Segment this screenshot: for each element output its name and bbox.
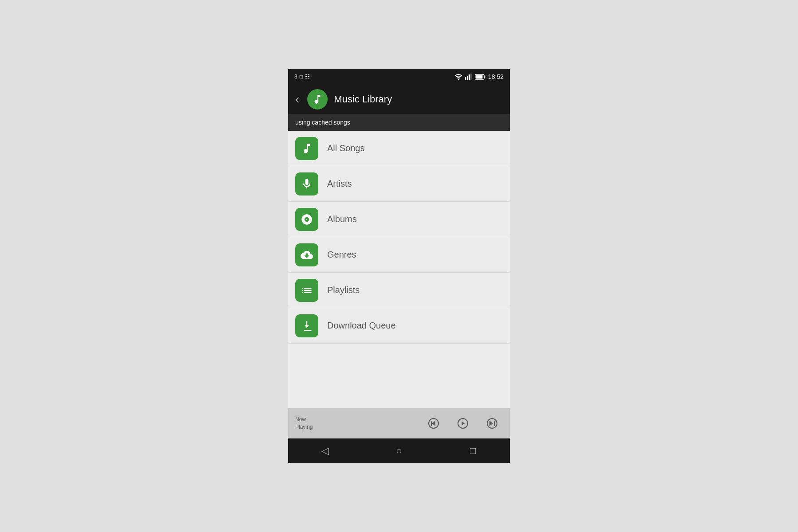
status-bar: 3 □ ☷ 18:5	[288, 69, 510, 85]
next-button[interactable]	[481, 413, 503, 434]
artists-icon-box	[295, 172, 318, 196]
prev-button[interactable]	[423, 413, 444, 434]
genres-label: Genres	[327, 250, 356, 260]
status-icon-square: □	[300, 74, 303, 80]
now-playing-text: Now Playing	[295, 416, 331, 431]
status-time: 18:52	[488, 73, 504, 80]
play-button[interactable]	[452, 413, 473, 434]
svg-rect-2	[469, 74, 470, 80]
albums-icon-box	[295, 208, 318, 231]
menu-item-albums[interactable]: Albums	[288, 202, 510, 237]
now-playing-line2: Playing	[295, 424, 313, 430]
all-songs-icon-box	[295, 137, 318, 160]
bottom-player: Now Playing	[288, 408, 510, 438]
sub-header-text: using cached songs	[295, 119, 350, 126]
phone-container: 3 □ ☷ 18:5	[288, 69, 510, 463]
skip-next-icon	[487, 418, 497, 429]
menu-item-genres[interactable]: Genres	[288, 237, 510, 273]
playlists-icon-box	[295, 279, 318, 302]
albums-label: Albums	[327, 214, 357, 224]
status-right: 18:52	[454, 73, 504, 80]
signal-icon	[465, 74, 472, 80]
status-icon-grid: ☷	[305, 74, 310, 80]
menu-item-all-songs[interactable]: All Songs	[288, 131, 510, 166]
now-playing-line1: Now	[295, 416, 306, 422]
player-controls	[331, 413, 503, 434]
back-nav-button[interactable]: ◁	[314, 442, 336, 460]
wifi-icon	[454, 74, 462, 80]
download-arrow-icon	[301, 320, 313, 332]
svg-rect-1	[467, 76, 468, 80]
download-queue-label: Download Queue	[327, 321, 396, 331]
app-header: ‹ Music Library	[288, 85, 510, 114]
sub-header: using cached songs	[288, 114, 510, 131]
cloud-download-icon	[301, 249, 313, 261]
svg-rect-6	[475, 75, 482, 78]
app-title: Music Library	[334, 94, 392, 105]
microphone-icon	[301, 178, 313, 190]
artists-label: Artists	[327, 179, 352, 189]
menu-list: All Songs Artists Albums	[288, 131, 510, 408]
recent-nav-button[interactable]: □	[462, 442, 484, 460]
music-note-logo-icon	[312, 94, 323, 105]
play-icon	[458, 418, 468, 429]
nav-bar: ◁ ○ □	[288, 438, 510, 463]
back-button[interactable]: ‹	[295, 92, 299, 106]
battery-icon	[475, 74, 485, 80]
music-note-icon	[301, 142, 313, 155]
vinyl-icon	[301, 213, 313, 226]
menu-item-playlists[interactable]: Playlists	[288, 273, 510, 308]
home-nav-button[interactable]: ○	[388, 442, 410, 460]
svg-rect-5	[484, 76, 485, 78]
menu-item-download-queue[interactable]: Download Queue	[288, 308, 510, 344]
download-queue-icon-box	[295, 314, 318, 337]
list-icon	[301, 284, 313, 297]
playlists-label: Playlists	[327, 285, 360, 295]
status-left: 3 □ ☷	[294, 74, 310, 80]
svg-rect-0	[465, 77, 466, 80]
genres-icon-box	[295, 243, 318, 266]
menu-item-artists[interactable]: Artists	[288, 166, 510, 202]
app-logo	[307, 89, 328, 110]
all-songs-label: All Songs	[327, 143, 365, 153]
svg-rect-3	[470, 74, 472, 80]
status-icon-3: 3	[294, 74, 297, 80]
skip-prev-icon	[428, 418, 439, 429]
